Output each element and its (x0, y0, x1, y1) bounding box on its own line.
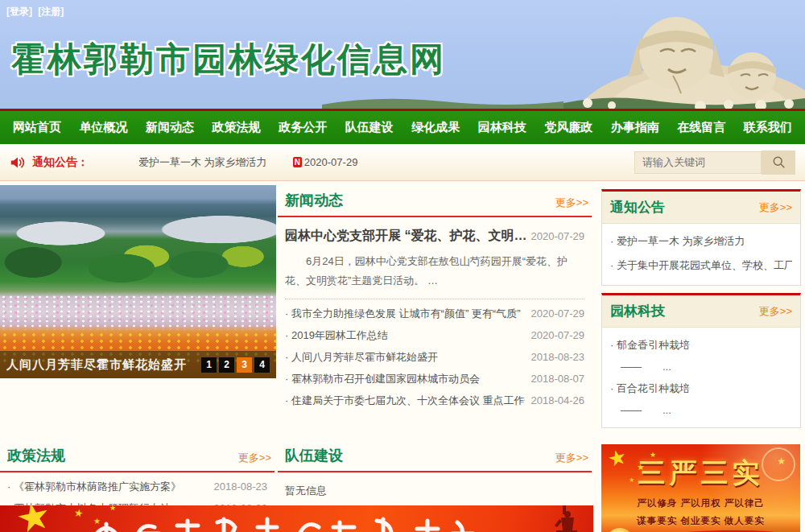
policy-more-link[interactable]: 更多>> (238, 451, 271, 465)
news-item-link[interactable]: 住建局关于市委七届九次、十次全体会议 重点工作任... (285, 390, 525, 411)
pager-1[interactable]: 1 (201, 357, 217, 373)
bottom-propaganda-banner[interactable]: ★ ★ ★ ★ (0, 505, 593, 532)
banner-title: 三严三实 (601, 455, 800, 492)
nav-item-party[interactable]: 党风廉政 (544, 120, 592, 135)
nav-item-message[interactable]: 在线留言 (677, 120, 725, 135)
team-section-title: 队伍建设 (285, 446, 343, 465)
photo-slider[interactable]: 人间八月芳菲尽霍市鲜花始盛开 1 2 3 4 (0, 185, 276, 378)
news-item-link[interactable]: 2019年园林工作总结 (285, 324, 388, 346)
pager-2[interactable]: 2 (219, 357, 234, 373)
register-link[interactable]: [注册] (38, 6, 64, 17)
three-stricts-banner[interactable]: ★ ★ ★ ★ 三严三实 严以修身 严以用权 严以律己 谋事要实 创业要实 做人… (601, 444, 800, 532)
notices-more-link[interactable]: 更多>> (759, 200, 792, 215)
nav-item-team[interactable]: 队伍建设 (345, 120, 394, 135)
news-item-date: 2018-08-23 (531, 346, 585, 368)
nav-item-gov-open[interactable]: 政务公开 (279, 120, 327, 135)
calligraphy-strokes (89, 509, 507, 532)
tech-more-link[interactable]: 更多>> (759, 304, 792, 319)
search-input[interactable] (634, 151, 762, 174)
policy-list-item: 《霍林郭勒市林荫路推广实施方案》 2018-08-23 (7, 476, 267, 497)
tech-box: 园林科技 更多>> 郁金香引种栽培 —— ... 百合花引种栽培 —— ... (601, 293, 801, 428)
news-item-link[interactable]: 我市全力助推绿色发展 让城市有“颜值” 更有“气质” (285, 303, 521, 324)
pager-4[interactable]: 4 (254, 357, 270, 373)
news-list-item: 2019年园林工作总结 2020-07-29 (285, 324, 584, 346)
news-item-link[interactable]: 霍林郭勒市召开创建国家园林城市动员会 (285, 368, 480, 390)
tech-item-sub: —— ... (610, 401, 792, 420)
team-section: 队伍建设 更多>> 暂无信息 (278, 440, 592, 509)
notice-bar: 通知公告： 爱护一草一木 为家乡增活力 N 2020-07-29 (0, 144, 805, 181)
notice-link[interactable]: 爱护一草一木 为家乡增活力 (138, 155, 267, 170)
policy-section-title: 政策法规 (7, 446, 65, 465)
news-item-link[interactable]: 人间八月芳菲尽霍市鲜花始盛开 (285, 346, 438, 368)
notices-box: 通知公告 更多>> 爱护一草一木 为家乡增活力 关于集中开展花园式单位、学校、工… (601, 189, 801, 286)
search-button[interactable] (762, 151, 795, 175)
news-item-date: 2020-07-29 (531, 303, 585, 324)
pager-3-active[interactable]: 3 (237, 357, 252, 373)
news-list: 我市全力助推绿色发展 让城市有“颜值” 更有“气质” 2020-07-29 20… (278, 299, 592, 411)
speaker-icon (10, 155, 26, 170)
news-header: 新闻动态 更多>> (278, 191, 592, 217)
news-more-link[interactable]: 更多>> (555, 196, 588, 210)
auth-links: [登录] [注册] (6, 5, 67, 19)
slider-flower-field-image (0, 185, 276, 378)
star-icon: ★ (73, 506, 85, 520)
tech-box-title: 园林科技 (610, 302, 665, 320)
login-link[interactable]: [登录] (6, 6, 32, 17)
nav-item-home[interactable]: 网站首页 (13, 120, 61, 135)
right-sidebar: 通知公告 更多>> 爱护一草一木 为家乡增活力 关于集中开展花园式单位、学校、工… (601, 185, 801, 435)
magnifier-icon (772, 155, 786, 169)
team-header: 队伍建设 更多>> (278, 446, 592, 472)
nav-item-policy[interactable]: 政策法规 (213, 120, 261, 135)
slider-pager: 1 2 3 4 (201, 357, 270, 373)
star-icon: ★ (12, 505, 56, 532)
nav-item-contact[interactable]: 联系我们 (744, 120, 792, 135)
news-item-date: 2020-07-29 (531, 324, 585, 346)
featured-summary: 6月24日，园林中心党支部在敖包山芍药园开展“爱花、护花、文明赏花”主题党日活动… (285, 252, 584, 299)
policy-header: 政策法规 更多>> (0, 446, 275, 472)
content-row-1: 人间八月芳菲尽霍市鲜花始盛开 1 2 3 4 新闻动态 更多>> 园林中 (0, 185, 805, 435)
notices-box-header: 通知公告 更多>> (602, 192, 800, 224)
party-emblem-icon (606, 528, 634, 532)
featured-article: 园林中心党支部开展 “爱花、护花、文明… 2020-07-29 6月24日，园林… (278, 217, 592, 299)
nav-item-greening[interactable]: 绿化成果 (411, 120, 460, 135)
news-item-date: 2018-04-26 (531, 390, 585, 411)
news-item-date: 2018-08-07 (531, 368, 585, 390)
team-empty-text: 暂无信息 (278, 472, 592, 509)
news-list-item: 住建局关于市委七届九次、十次全体会议 重点工作任... 2018-04-26 (285, 390, 584, 411)
news-section-title: 新闻动态 (285, 191, 343, 210)
news-list-item: 我市全力助推绿色发展 让城市有“颜值” 更有“气质” 2020-07-29 (285, 303, 584, 324)
nav-item-news[interactable]: 新闻动态 (146, 120, 194, 135)
tech-item-link[interactable]: 百合花引种栽培 (610, 377, 792, 401)
policy-item-date: 2018-08-23 (214, 476, 268, 497)
notices-box-body: 爱护一草一木 为家乡增活力 关于集中开展花园式单位、学校、工厂... (602, 224, 800, 285)
nav-item-about[interactable]: 单位概况 (80, 120, 128, 135)
notice-date: 2020-07-29 (304, 156, 358, 168)
right-sidebar-2: ★ ★ ★ ★ 三严三实 严以修身 严以用权 严以律己 谋事要实 创业要实 做人… (601, 440, 802, 532)
slider-caption-bar: 人间八月芳菲尽霍市鲜花始盛开 1 2 3 4 (0, 351, 276, 378)
tech-box-body: 郁金香引种栽培 —— ... 百合花引种栽培 —— ... (602, 328, 800, 427)
statue-silhouette (551, 505, 579, 532)
tech-item-link[interactable]: 郁金香引种栽培 (610, 333, 792, 357)
notice-item-link[interactable]: 爱护一草一木 为家乡增活力 (610, 229, 792, 254)
featured-date: 2020-07-29 (531, 230, 585, 242)
news-list-item: 霍林郭勒市召开创建国家园林城市动员会 2018-08-07 (285, 368, 584, 390)
page: [登录] [注册] 霍林郭勒市园林绿化信息网 (0, 0, 805, 532)
site-header: [登录] [注册] 霍林郭勒市园林绿化信息网 (0, 0, 805, 111)
nav-item-tech[interactable]: 园林科技 (478, 120, 526, 135)
site-title: 霍林郭勒市园林绿化信息网 (11, 37, 446, 82)
notice-label: 通知公告： (32, 155, 89, 170)
notice-item-link[interactable]: 关于集中开展花园式单位、学校、工厂... (610, 254, 792, 278)
main-content: 人间八月芳菲尽霍市鲜花始盛开 1 2 3 4 新闻动态 更多>> 园林中 (0, 181, 805, 532)
new-badge-icon: N (293, 157, 302, 167)
search-area (634, 151, 795, 175)
featured-title-link[interactable]: 园林中心党支部开展 “爱花、护花、文明… (285, 228, 526, 245)
notices-box-title: 通知公告 (610, 198, 665, 217)
news-section: 新闻动态 更多>> 园林中心党支部开展 “爱花、护花、文明… 2020-07-2… (278, 185, 592, 411)
slider-caption-link[interactable]: 人间八月芳菲尽霍市鲜花始盛开 (6, 357, 201, 373)
policy-item-link[interactable]: 《霍林郭勒市林荫路推广实施方案》 (7, 476, 181, 497)
news-list-item: 人间八月芳菲尽霍市鲜花始盛开 2018-08-23 (285, 346, 584, 368)
nav-item-guide[interactable]: 办事指南 (611, 120, 659, 135)
team-more-link[interactable]: 更多>> (555, 451, 588, 465)
main-nav: 网站首页 单位概况 新闻动态 政策法规 政务公开 队伍建设 绿化成果 园林科技 … (0, 111, 805, 144)
banner-line-1: 严以修身 严以用权 严以律己 (601, 497, 800, 509)
